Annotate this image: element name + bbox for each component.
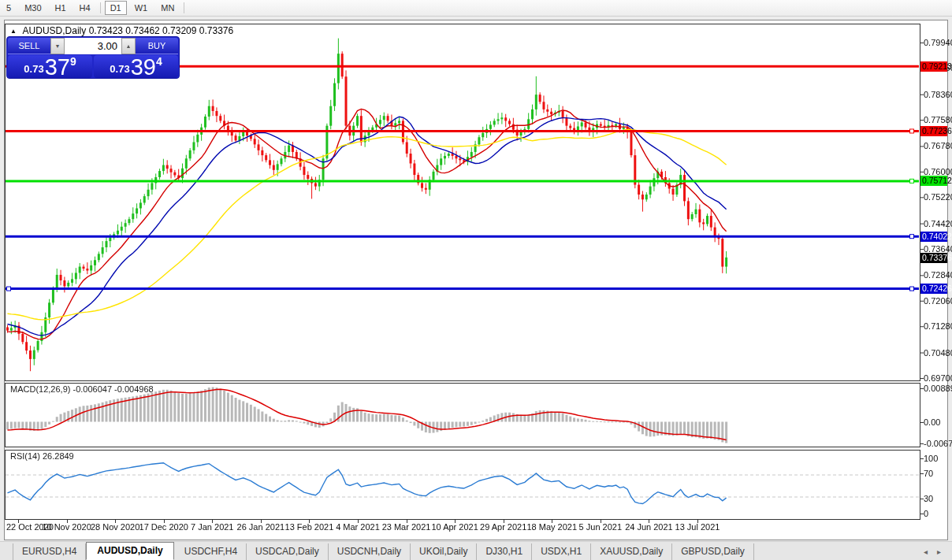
timeframe-button-d1[interactable]: D1 — [105, 1, 127, 15]
price-tick-label: 0.75220 — [924, 192, 952, 202]
hline-price-tag: 0.74022 — [920, 232, 947, 242]
date-axis-label: 10 Apr 2021 — [431, 522, 478, 532]
sell-price-pip: 9 — [70, 55, 76, 68]
hline-price-tag: 0.72426 — [920, 284, 947, 294]
date-axis-label: 5 Jun 2021 — [579, 522, 622, 532]
toolbar-separator — [184, 2, 184, 13]
date-axis-label: 13 Jul 2021 — [675, 522, 720, 532]
buy-price-big: 39 — [131, 57, 156, 77]
volume-decrease-button[interactable]: ▼ — [50, 38, 65, 54]
chart-window: ▲ AUDUSD,Daily 0.73423 0.73462 0.73209 0… — [4, 20, 948, 540]
date-axis-label: 13 Feb 2021 — [285, 522, 334, 532]
hline-price-tag: 0.79213 — [920, 61, 947, 72]
macd-axis-label: -0.006758 — [924, 439, 952, 448]
tab-gbpusd-daily[interactable]: GBPUSD,Daily — [672, 543, 754, 560]
one-click-trading-panel: SELL ▼ ▲ BUY 0.73 37 9 0.73 39 4 — [6, 36, 180, 79]
tab-xauusd-daily[interactable]: XAUUSD,Daily — [591, 543, 672, 560]
macd-value-main: -0.006047 — [73, 384, 112, 394]
timeframe-button-h1[interactable]: H1 — [50, 1, 72, 15]
date-axis-label: 7 Jan 2021 — [191, 522, 233, 532]
collapse-chart-icon[interactable]: ▲ — [10, 28, 17, 35]
chart-canvas[interactable] — [5, 20, 947, 540]
price-tick-label: 0.76780 — [924, 141, 952, 150]
macd-value-signal: -0.004968 — [114, 384, 154, 394]
caret-down-icon: ▼ — [55, 43, 61, 49]
date-axis-label: 24 Jun 2021 — [625, 522, 673, 532]
tab-dj30-h1[interactable]: DJ30,H1 — [477, 543, 532, 560]
date-axis-label: 10 Nov 2020 — [42, 522, 91, 532]
timeframe-button-h4[interactable]: H4 — [74, 1, 96, 15]
macd-label: MACD(12,26,9) — [10, 384, 70, 394]
rsi-axis-label: 0 — [924, 509, 928, 518]
tab-eurusd-h4[interactable]: EURUSD,H4 — [13, 543, 86, 560]
rsi-axis-label: 100 — [924, 454, 938, 463]
date-axis-label: 18 May 2021 — [526, 522, 577, 532]
chart-tabs-bar: EURUSD,H4AUDUSD,DailyUSDCHF,H4USDCAD,Dai… — [0, 541, 952, 560]
date-axis-label: 23 Mar 2021 — [382, 522, 431, 532]
price-tick-label: 0.78360 — [924, 90, 952, 99]
tab-usdx-h1[interactable]: USDX,H1 — [532, 543, 591, 560]
buy-price-display[interactable]: 0.73 39 4 — [94, 55, 178, 78]
ohlc-close: 0.73376 — [199, 25, 233, 36]
sell-price-big: 37 — [45, 57, 70, 77]
sell-price-display[interactable]: 0.73 37 9 — [8, 55, 92, 78]
hline-price-tag: 0.77236 — [920, 126, 947, 136]
buy-button[interactable]: BUY — [136, 38, 178, 54]
tab-scroll-arrows: ◂▸ — [924, 547, 941, 560]
tab-usdcnh-daily[interactable]: USDCNH,Daily — [329, 543, 411, 560]
tab-audusd-daily[interactable]: AUDUSD,Daily — [86, 542, 173, 560]
caret-up-icon: ▲ — [126, 43, 132, 49]
price-tick-label: 0.70480 — [924, 348, 952, 358]
rsi-axis-label: 30 — [924, 494, 933, 503]
buy-price-base: 0.73 — [110, 63, 129, 75]
price-tick-label: 0.69700 — [924, 373, 952, 383]
date-axis-label: 17 Dec 2020 — [139, 522, 188, 532]
ohlc-high: 0.73462 — [125, 25, 159, 36]
rsi-value: 26.2849 — [43, 451, 74, 461]
rsi-label: RSI(14) — [10, 451, 40, 461]
macd-axis-label: 0.008892 — [924, 384, 952, 393]
tab-scroll-right-icon[interactable]: ▸ — [937, 547, 941, 556]
price-tick-label: 0.71280 — [924, 321, 952, 331]
date-axis-label: 26 Jan 2021 — [237, 522, 285, 532]
timeframe-button-w1[interactable]: W1 — [129, 1, 154, 15]
tab-scroll-left-icon[interactable]: ◂ — [924, 547, 928, 556]
macd-label-row: MACD(12,26,9) -0.006047 -0.004968 — [10, 384, 154, 394]
tab-usdcad-daily[interactable]: USDCAD,Daily — [247, 543, 329, 560]
ohlc-low: 0.73209 — [162, 25, 196, 36]
buy-price-pip: 4 — [156, 55, 162, 68]
tab-ukoil-daily[interactable]: UKOil,Daily — [411, 543, 477, 560]
current-price-tag: 0.73376 — [920, 253, 947, 263]
date-axis-label: 28 Nov 2020 — [91, 522, 139, 532]
rsi-axis-label: 70 — [924, 469, 933, 478]
volume-increase-button[interactable]: ▲ — [121, 38, 136, 54]
sell-price-base: 0.73 — [24, 63, 43, 75]
chart-title: ▲ AUDUSD,Daily 0.73423 0.73462 0.73209 0… — [10, 25, 233, 36]
timeframe-button-mn[interactable]: MN — [155, 1, 180, 15]
price-tick-label: 0.79940 — [924, 38, 952, 47]
date-axis-label: 4 Mar 2021 — [336, 522, 380, 532]
price-tick-label: 0.72840 — [924, 270, 952, 280]
toolbar-separator — [100, 2, 101, 13]
timeframe-button-m30[interactable]: M30 — [19, 1, 46, 15]
price-tick-label: 0.76000 — [924, 167, 952, 176]
timeframe-toolbar: 5M30H1H4D1W1MN — [0, 0, 952, 17]
sell-button[interactable]: SELL — [8, 38, 50, 54]
hline-price-tag: 0.75712 — [920, 176, 947, 186]
ohlc-open: 0.73423 — [89, 25, 123, 36]
date-axis-label: 29 Apr 2021 — [480, 522, 526, 532]
macd-axis-label: 0.00 — [924, 417, 940, 427]
price-tick-label: 0.72060 — [924, 296, 952, 306]
price-tick-label: 0.77580 — [924, 115, 952, 124]
symbol-title: AUDUSD,Daily — [23, 25, 87, 36]
rsi-label-row: RSI(14) 26.2849 — [10, 451, 74, 461]
tab-usdchf-h4[interactable]: USDCHF,H4 — [176, 543, 247, 560]
timeframe-button-5[interactable]: 5 — [1, 1, 17, 15]
price-tick-label: 0.74420 — [924, 219, 952, 228]
volume-input[interactable] — [65, 38, 121, 54]
